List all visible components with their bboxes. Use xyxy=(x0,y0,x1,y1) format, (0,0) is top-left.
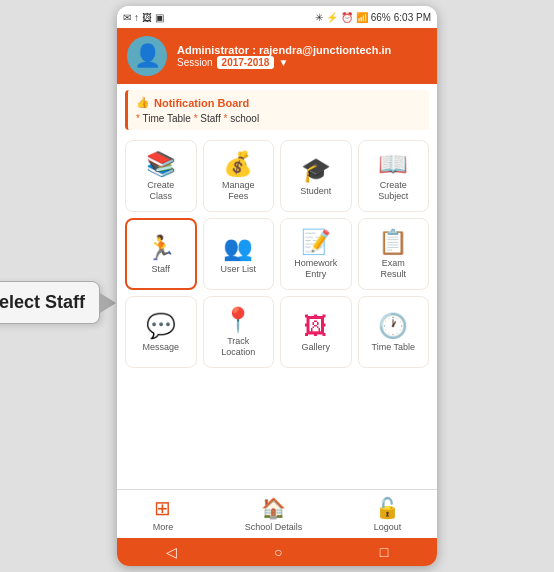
track-location-icon: 📍 xyxy=(223,308,253,332)
image-icon: 🖼 xyxy=(142,12,152,23)
avatar: 👤 xyxy=(127,36,167,76)
nav-school-details[interactable]: 🏠 School Details xyxy=(245,496,303,532)
envelope-icon: ✉ xyxy=(123,12,131,23)
thumbs-up-icon: 👍 xyxy=(136,96,150,109)
battery-text: 66% xyxy=(371,12,391,23)
callout-box: Select Staff xyxy=(0,281,100,324)
app-header: 👤 Administrator : rajendra@junctiontech.… xyxy=(117,28,437,84)
grid-item-staff[interactable]: 🏃 Staff xyxy=(125,218,197,290)
grid-item-create-class[interactable]: 📚 CreateClass xyxy=(125,140,197,212)
alarm-icon: ⏰ xyxy=(341,12,353,23)
session-info: Session 2017-2018 ▼ xyxy=(177,56,427,69)
school-details-icon: 🏠 xyxy=(261,496,286,520)
callout-label: Select Staff xyxy=(0,292,85,312)
student-label: Student xyxy=(300,186,331,197)
menu-grid: 📚 CreateClass 💰 ManageFees 🎓 Student 📖 C… xyxy=(125,140,429,368)
notification-title: 👍 Notification Board xyxy=(136,96,421,109)
time-table-label: Time Table xyxy=(371,342,415,353)
time-text: 6:03 PM xyxy=(394,12,431,23)
staff-icon: 🏃 xyxy=(146,236,176,260)
gallery-label: Gallery xyxy=(301,342,330,353)
phone-screen: ✉ ↑ 🖼 ▣ ✳ ⚡ ⏰ 📶 66% 6:03 PM 👤 Administra… xyxy=(117,6,437,566)
signal-icon: 📶 xyxy=(356,12,368,23)
user-list-icon: 👥 xyxy=(223,236,253,260)
square-icon: ▣ xyxy=(155,12,164,23)
notification-board: 👍 Notification Board * Time Table * Staf… xyxy=(125,90,429,130)
manage-fees-label: ManageFees xyxy=(222,180,255,202)
message-label: Message xyxy=(142,342,179,353)
session-year: 2017-2018 xyxy=(217,56,275,69)
grid-item-message[interactable]: 💬 Message xyxy=(125,296,197,368)
user-name: Administrator : rajendra@junctiontech.in xyxy=(177,44,427,56)
create-subject-label: CreateSubject xyxy=(378,180,408,202)
person-icon: 👤 xyxy=(134,43,161,69)
callout-arrow xyxy=(100,293,116,313)
status-bar: ✉ ↑ 🖼 ▣ ✳ ⚡ ⏰ 📶 66% 6:03 PM xyxy=(117,6,437,28)
notification-text: * Time Table * Staff * school xyxy=(136,113,421,124)
more-label: More xyxy=(153,522,174,532)
status-left-icons: ✉ ↑ 🖼 ▣ xyxy=(123,12,164,23)
session-label: Session xyxy=(177,57,213,68)
grid-item-manage-fees[interactable]: 💰 ManageFees xyxy=(203,140,275,212)
homework-entry-label: HomeworkEntry xyxy=(294,258,337,280)
bluetooth-icon: ✳ xyxy=(315,12,323,23)
nav-logout[interactable]: 🔓 Logout xyxy=(374,496,402,532)
track-location-label: TrackLocation xyxy=(221,336,255,358)
status-right-icons: ✳ ⚡ ⏰ 📶 66% 6:03 PM xyxy=(315,12,431,23)
create-subject-icon: 📖 xyxy=(378,152,408,176)
staff-label: Staff xyxy=(152,264,170,275)
dropdown-icon[interactable]: ▼ xyxy=(278,57,288,68)
grid-item-create-subject[interactable]: 📖 CreateSubject xyxy=(358,140,430,212)
school-details-label: School Details xyxy=(245,522,303,532)
grid-item-track-location[interactable]: 📍 TrackLocation xyxy=(203,296,275,368)
logout-icon: 🔓 xyxy=(375,496,400,520)
android-nav-bar: ◁ ○ □ xyxy=(117,538,437,566)
grid-item-gallery[interactable]: 🖼 Gallery xyxy=(280,296,352,368)
homework-entry-icon: 📝 xyxy=(301,230,331,254)
grid-item-user-list[interactable]: 👥 User List xyxy=(203,218,275,290)
create-class-icon: 📚 xyxy=(146,152,176,176)
home-button[interactable]: ○ xyxy=(274,544,282,560)
header-info: Administrator : rajendra@junctiontech.in… xyxy=(177,44,427,69)
bottom-nav: ⊞ More 🏠 School Details 🔓 Logout xyxy=(117,489,437,538)
logout-label: Logout xyxy=(374,522,402,532)
grid-item-exam-result[interactable]: 📋 ExamResult xyxy=(358,218,430,290)
grid-item-homework-entry[interactable]: 📝 HomeworkEntry xyxy=(280,218,352,290)
exam-result-icon: 📋 xyxy=(378,230,408,254)
recent-button[interactable]: □ xyxy=(380,544,388,560)
grid-item-student[interactable]: 🎓 Student xyxy=(280,140,352,212)
user-list-label: User List xyxy=(220,264,256,275)
menu-grid-container: 📚 CreateClass 💰 ManageFees 🎓 Student 📖 C… xyxy=(117,136,437,489)
back-button[interactable]: ◁ xyxy=(166,544,177,560)
student-icon: 🎓 xyxy=(301,158,331,182)
gallery-icon: 🖼 xyxy=(304,314,328,338)
create-class-label: CreateClass xyxy=(147,180,174,202)
manage-fees-icon: 💰 xyxy=(223,152,253,176)
exam-result-label: ExamResult xyxy=(380,258,406,280)
grid-item-time-table[interactable]: 🕐 Time Table xyxy=(358,296,430,368)
nav-more[interactable]: ⊞ More xyxy=(153,496,174,532)
upload-icon: ↑ xyxy=(134,12,139,23)
message-icon: 💬 xyxy=(146,314,176,338)
more-icon: ⊞ xyxy=(154,496,171,520)
time-table-icon: 🕐 xyxy=(378,314,408,338)
select-staff-callout: Select Staff xyxy=(0,281,116,324)
wifi-icon: ⚡ xyxy=(326,12,338,23)
